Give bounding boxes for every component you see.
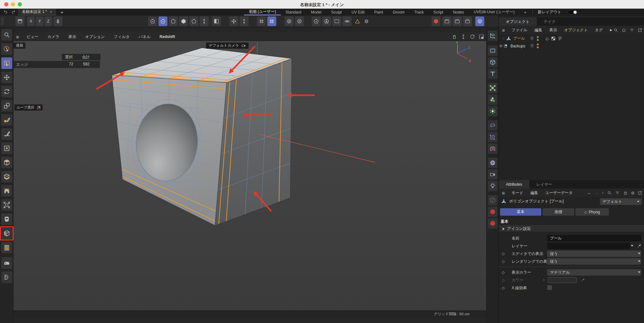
color-swatch[interactable] xyxy=(548,277,577,283)
om-menu-tags[interactable]: タグ xyxy=(592,27,607,33)
attr-target-icon[interactable]: ◎ xyxy=(631,191,634,195)
layout-tab-standard[interactable]: Standard xyxy=(281,9,306,15)
quantize-button[interactable] xyxy=(257,16,266,26)
visibility-dots[interactable] xyxy=(537,36,539,41)
document-tab[interactable]: 名称未設定 1 * × xyxy=(18,9,56,15)
polygon-pen-button[interactable] xyxy=(1,142,12,154)
axis-lock-button[interactable] xyxy=(1,199,12,211)
spline-pen-button[interactable] xyxy=(488,31,497,41)
layer-toggle-icon[interactable] xyxy=(530,36,535,41)
edge-mode-button[interactable] xyxy=(179,16,188,26)
visibility-button[interactable] xyxy=(343,16,352,26)
viewport-menu-icon[interactable]: ≡ xyxy=(14,34,22,40)
spline-rectangle-button[interactable] xyxy=(488,45,497,56)
phong-tag-icon[interactable]: ◇ xyxy=(545,36,549,41)
material-button[interactable] xyxy=(488,195,497,205)
workplane-button[interactable] xyxy=(15,16,24,26)
orbit-icon[interactable] xyxy=(469,34,475,40)
snap-button[interactable] xyxy=(267,16,276,26)
tab-phong[interactable]: ⌂ Phong xyxy=(575,208,609,216)
object-name[interactable]: ブール xyxy=(513,36,525,41)
om-filter-icon[interactable] xyxy=(630,28,634,33)
om-menu-edit[interactable]: 編集 xyxy=(531,27,546,33)
om-menu-view[interactable]: 表示 xyxy=(546,27,561,33)
symmetry-button[interactable] xyxy=(488,143,497,154)
layout-tab-track[interactable]: Track xyxy=(409,9,429,15)
object-row-boole[interactable]: ─ ブール ◇ xyxy=(499,35,644,42)
viewport-canvas[interactable]: Y Z X 透視 選択 合計 エッジ 72 592 デフォルトカメラ ループ選択 xyxy=(14,41,486,310)
undo-button[interactable] xyxy=(2,9,8,15)
attr-lock-icon[interactable] xyxy=(623,191,628,195)
layout-tab-paint[interactable]: Paint xyxy=(369,9,388,15)
close-tab-icon[interactable]: × xyxy=(50,10,52,14)
history-back-icon[interactable]: ← xyxy=(588,191,592,195)
om-menu-icon[interactable]: ≡ xyxy=(499,27,508,33)
attr-menu-edit[interactable]: 編集 xyxy=(527,190,542,196)
generator-button[interactable] xyxy=(488,106,497,116)
edge-pen-button[interactable] xyxy=(1,128,12,140)
history-forward-icon[interactable]: → xyxy=(595,191,599,195)
point-pen-button[interactable] xyxy=(1,114,12,126)
bridge-tool-button[interactable] xyxy=(1,185,12,197)
menu-filter[interactable]: フィルタ xyxy=(109,34,134,40)
ffd-deformer-button[interactable] xyxy=(488,83,497,93)
render-view-button[interactable] xyxy=(442,16,451,26)
tab-objects[interactable]: オブジェクト xyxy=(499,17,537,26)
layout-tab-startup[interactable]: 初期 (ユーザー) xyxy=(244,9,281,15)
z-axis-lock-button[interactable]: Z xyxy=(44,16,52,26)
tab-basic[interactable]: 基本 xyxy=(500,208,541,216)
tab-coordinates[interactable]: 座標 xyxy=(543,208,574,216)
select-filter-pentagon-button[interactable] xyxy=(312,16,321,26)
instance-button[interactable] xyxy=(488,132,497,142)
local-coords-button[interactable] xyxy=(240,16,249,26)
xray-checkbox[interactable] xyxy=(547,285,552,290)
settings-button[interactable] xyxy=(362,16,371,26)
attr-menu-mode[interactable]: モード xyxy=(508,190,527,196)
add-tool-button[interactable] xyxy=(295,16,304,26)
om-home-icon[interactable] xyxy=(621,28,626,33)
marquee-options-button[interactable] xyxy=(332,16,341,26)
layer-toggle-icon[interactable] xyxy=(530,44,535,48)
visibility-dots[interactable] xyxy=(537,44,539,48)
layout-tab-model[interactable]: Model xyxy=(306,9,327,15)
add-document-tab-button[interactable]: + xyxy=(58,9,66,15)
target-tool-button[interactable] xyxy=(285,16,294,26)
new-layout-button[interactable]: 新レイアウト xyxy=(534,9,565,15)
interactive-render-button[interactable] xyxy=(475,16,484,26)
menu-options[interactable]: オプション xyxy=(80,34,109,40)
tab-attributes[interactable]: Attributes xyxy=(499,180,529,189)
om-menu-objects[interactable]: オブジェクト xyxy=(561,27,592,33)
menu-panel[interactable]: パネル xyxy=(134,34,155,40)
om-search-icon[interactable] xyxy=(613,28,618,33)
parent-up-icon[interactable]: ↑ xyxy=(602,191,604,195)
select-filter-annotation-button[interactable] xyxy=(322,16,331,26)
om-menu-file[interactable]: ファイル xyxy=(508,27,531,33)
attr-filter-icon[interactable] xyxy=(615,191,620,195)
model-mode-button[interactable] xyxy=(148,16,157,26)
array-generator-button[interactable] xyxy=(488,94,497,105)
object-name[interactable]: Backups xyxy=(510,44,525,48)
redo-button[interactable] xyxy=(10,9,17,15)
global-coords-button[interactable] xyxy=(229,16,238,26)
redshift-render-button[interactable] xyxy=(431,16,440,26)
point-mode-button[interactable] xyxy=(169,16,178,26)
menu-view[interactable]: ビュー xyxy=(22,34,43,40)
layer-input[interactable] xyxy=(547,243,630,249)
display-color-dropdown[interactable]: マテリアル xyxy=(547,269,641,276)
key-diamond-icon[interactable]: ◇ xyxy=(502,259,505,264)
y-axis-lock-button[interactable]: Y xyxy=(36,16,43,26)
iron-tool-button[interactable] xyxy=(1,257,12,269)
axis-mode-button[interactable] xyxy=(200,16,209,26)
structure-tool-button[interactable] xyxy=(1,271,12,283)
dolly-icon[interactable] xyxy=(460,34,466,40)
edge-loop-button[interactable] xyxy=(1,242,12,253)
maximize-view-icon[interactable] xyxy=(478,34,484,40)
rectangle-selection-button[interactable] xyxy=(1,57,12,69)
attr-menu-userdata[interactable]: ユーザーデータ xyxy=(542,190,576,196)
eyedropper-icon[interactable] xyxy=(637,243,642,248)
boolean-tool-button[interactable] xyxy=(1,228,12,239)
texture-mode-button[interactable] xyxy=(212,16,221,26)
rotate-tool-button[interactable] xyxy=(1,86,12,97)
pan-hand-icon[interactable] xyxy=(451,34,457,40)
sculpt-object-button[interactable] xyxy=(488,120,497,131)
